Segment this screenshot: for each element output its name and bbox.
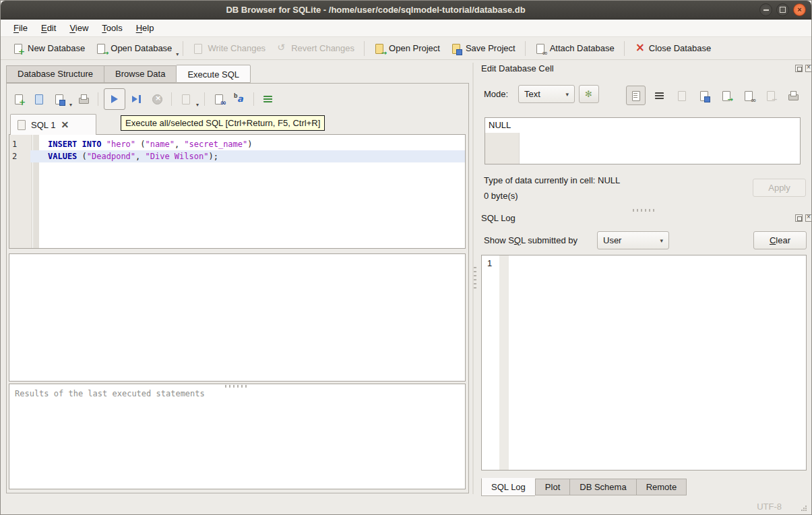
new-sql-tab-button[interactable] bbox=[10, 90, 28, 108]
new-sql-tab-icon bbox=[13, 94, 24, 104]
apply-button-label: Apply bbox=[768, 183, 790, 193]
menu-view[interactable]: View bbox=[63, 21, 94, 35]
format-sql-button[interactable] bbox=[259, 90, 277, 108]
line-number: 2 bbox=[9, 150, 30, 162]
chevron-down-icon[interactable]: ▾ bbox=[176, 51, 179, 59]
toolbar-separator bbox=[98, 92, 98, 106]
stop-button[interactable] bbox=[148, 90, 166, 108]
export-file-icon bbox=[699, 90, 710, 101]
splitter-handle[interactable] bbox=[633, 209, 656, 212]
open-database-icon bbox=[96, 43, 106, 54]
stop-icon bbox=[152, 94, 162, 104]
execute-all-button[interactable] bbox=[104, 88, 125, 110]
toolbar-button-close-database[interactable]: Close Database bbox=[629, 40, 717, 57]
close-panel-icon[interactable] bbox=[805, 65, 812, 72]
chevron-down-icon[interactable]: ▾ bbox=[69, 102, 72, 110]
sql-tab-close-icon[interactable]: ✕ bbox=[61, 119, 69, 130]
menu-edit[interactable]: Edit bbox=[35, 21, 62, 35]
text-mode-icon bbox=[631, 90, 642, 101]
log-filter-select[interactable]: User ▾ bbox=[597, 231, 669, 249]
copy-link-button[interactable] bbox=[741, 88, 757, 104]
execute-line-button[interactable] bbox=[128, 90, 146, 108]
tab-execute-sql[interactable]: Execute SQL bbox=[176, 65, 251, 83]
close-panel-icon[interactable] bbox=[805, 214, 812, 222]
word-wrap-button[interactable] bbox=[652, 88, 668, 104]
toolbar-button-label: Revert Changes bbox=[291, 43, 354, 53]
cell-editor-toolbar bbox=[626, 86, 801, 105]
print-cell-icon bbox=[788, 90, 799, 101]
code-line-1[interactable]: 1INSERT INTO "hero" ("name", "secret_nam… bbox=[9, 138, 465, 150]
dock-tabbar: SQL LogPlotDB SchemaRemote bbox=[481, 479, 687, 496]
float-panel-icon[interactable] bbox=[795, 214, 803, 222]
bottom-tab-plot[interactable]: Plot bbox=[535, 479, 569, 495]
apply-button[interactable]: Apply bbox=[753, 179, 806, 197]
find-button[interactable] bbox=[210, 90, 228, 108]
text-mode-button[interactable] bbox=[626, 86, 646, 105]
toolbar-button-write-changes[interactable]: Write Changes bbox=[187, 40, 271, 57]
menu-file[interactable]: File bbox=[7, 21, 34, 35]
open-external-button[interactable] bbox=[718, 88, 735, 104]
cell-value-editor[interactable]: NULL bbox=[485, 117, 801, 164]
import-file-button[interactable] bbox=[674, 88, 690, 104]
mode-value: Text bbox=[524, 89, 540, 99]
splitter-handle[interactable] bbox=[474, 267, 476, 290]
print-button[interactable] bbox=[75, 90, 92, 108]
bottom-tab-remote[interactable]: Remote bbox=[636, 479, 687, 495]
maximize-button[interactable] bbox=[776, 3, 789, 16]
results-message-panel[interactable]: Results of the last executed statements bbox=[9, 384, 466, 489]
cell-editor-gutter bbox=[485, 133, 520, 164]
toolbar-button-new-database[interactable]: New Database bbox=[7, 40, 90, 57]
print-cell-button[interactable] bbox=[785, 88, 801, 104]
window-controls: × bbox=[759, 3, 806, 16]
toolbar-button-open-project[interactable]: Open Project bbox=[369, 40, 445, 57]
write-changes-icon bbox=[193, 43, 204, 54]
close-database-icon bbox=[634, 43, 645, 54]
sql-toolbar: ▾▾b bbox=[10, 88, 277, 110]
minimize-button[interactable] bbox=[759, 3, 772, 16]
clear-log-button[interactable]: Clear bbox=[753, 231, 807, 249]
bottom-tab-sql-log[interactable]: SQL Log bbox=[481, 478, 535, 496]
toolbar-separator bbox=[364, 41, 365, 56]
new-database-icon bbox=[13, 43, 24, 54]
splitter-handle[interactable] bbox=[225, 385, 248, 388]
open-project-icon bbox=[374, 43, 385, 54]
sql-file-tab[interactable]: SQL 1 ✕ bbox=[10, 114, 96, 135]
mode-label: Mode: bbox=[484, 89, 508, 99]
tab-database-structure[interactable]: Database Structure bbox=[6, 65, 104, 83]
sql-log-view[interactable]: 1 bbox=[481, 255, 807, 471]
toolbar-button-save-project[interactable]: Save Project bbox=[445, 40, 521, 57]
menu-help[interactable]: Help bbox=[130, 21, 160, 35]
cell-panel-controls bbox=[795, 65, 812, 72]
replace-button[interactable]: b bbox=[230, 90, 248, 108]
bottom-tab-db-schema[interactable]: DB Schema bbox=[569, 479, 635, 495]
sql-document-icon bbox=[16, 119, 27, 130]
toolbar-button-open-database[interactable]: Open Database bbox=[90, 40, 177, 57]
chevron-down-icon[interactable]: ▾ bbox=[196, 102, 199, 110]
sql-editor[interactable]: 1INSERT INTO "hero" ("name", "secret_nam… bbox=[9, 134, 466, 249]
cell-panel-title: Edit Database Cell bbox=[481, 63, 554, 73]
attach-database-icon bbox=[535, 43, 546, 54]
open-sql-file-button[interactable] bbox=[30, 90, 48, 108]
tab-browse-data[interactable]: Browse Data bbox=[104, 65, 176, 83]
cell-value: NULL bbox=[489, 120, 511, 130]
export-file-button[interactable] bbox=[696, 88, 712, 104]
save-results-button[interactable] bbox=[177, 90, 195, 108]
set-null-icon bbox=[766, 90, 776, 101]
menu-tools[interactable]: Tools bbox=[96, 21, 128, 35]
toolbar-button-label: Attach Database bbox=[550, 43, 615, 53]
resize-grip[interactable] bbox=[801, 505, 807, 512]
save-sql-file-icon bbox=[54, 94, 65, 104]
close-button[interactable]: × bbox=[793, 3, 806, 16]
toolbar-button-attach-database[interactable]: Attach Database bbox=[530, 40, 620, 57]
toolbar-button-revert-changes[interactable]: Revert Changes bbox=[271, 40, 360, 57]
float-panel-icon[interactable] bbox=[795, 65, 803, 72]
titlebar[interactable]: DB Browser for SQLite - /home/user/code/… bbox=[1, 1, 811, 20]
word-wrap-icon bbox=[654, 90, 665, 101]
execute-all-icon bbox=[109, 94, 120, 104]
results-grid-panel[interactable] bbox=[9, 253, 466, 382]
save-sql-file-button[interactable] bbox=[51, 90, 68, 108]
set-null-button[interactable] bbox=[763, 88, 779, 104]
auto-apply-button[interactable] bbox=[579, 85, 599, 103]
mode-select[interactable]: Text ▾ bbox=[518, 85, 575, 103]
code-line-2[interactable]: 2VALUES ("Deadpond", "Dive Wilson"); bbox=[9, 150, 465, 162]
